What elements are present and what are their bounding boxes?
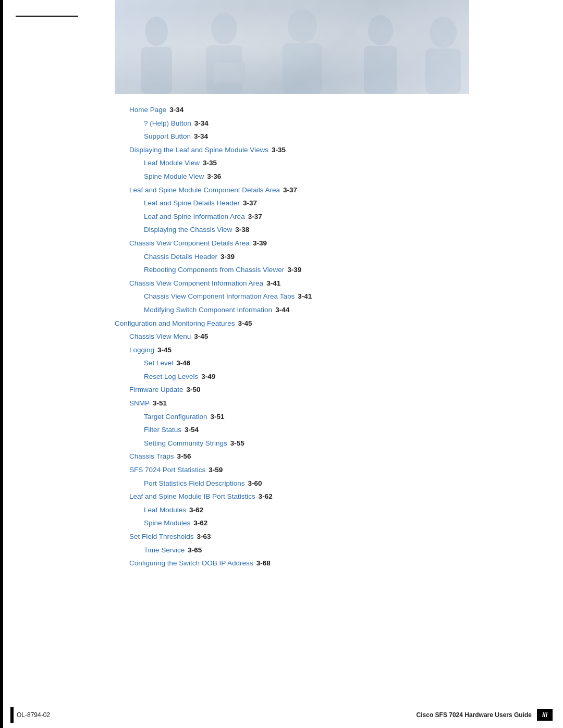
toc-page-number: 3-68 (256, 558, 271, 569)
toc-item: Support Button3-34 (115, 131, 532, 142)
toc-link[interactable]: Chassis View Component Details Area (129, 238, 250, 249)
toc-link[interactable]: Chassis Details Header (144, 251, 217, 263)
toc-link[interactable]: Spine Modules (144, 517, 190, 529)
toc-link[interactable]: Reset Log Levels (144, 371, 198, 382)
toc-item: ? (Help) Button3-34 (115, 118, 532, 129)
toc-page-number: 3-35 (272, 144, 286, 156)
toc-link[interactable]: Chassis Traps (129, 451, 174, 462)
svg-rect-1 (141, 47, 172, 94)
toc-page-number: 3-35 (203, 157, 217, 169)
toc-link[interactable]: Port Statistics Field Descriptions (144, 478, 245, 489)
toc-item: Chassis View Menu3-45 (115, 331, 532, 342)
toc-link[interactable]: Chassis View Menu (129, 331, 191, 342)
toc-item: Chassis View Component Details Area3-39 (115, 238, 532, 249)
toc-item: Setting Community Strings3-55 (115, 438, 532, 449)
toc-link[interactable]: Chassis View Component Information Area … (144, 291, 295, 302)
toc-link[interactable]: Leaf Module View (144, 157, 200, 169)
footer-left: OL-8794-02 (10, 707, 50, 723)
toc-page-number: 3-37 (283, 184, 297, 196)
footer-doc-id: OL-8794-02 (17, 711, 50, 719)
toc-item: Chassis View Component Information Area3… (115, 278, 532, 289)
page-footer: OL-8794-02 Cisco SFS 7024 Hardware Users… (0, 702, 563, 728)
toc-page-number: 3-62 (259, 491, 273, 502)
toc-page-number: 3-59 (209, 464, 223, 476)
toc-item: Set Level3-46 (115, 357, 532, 369)
toc-link[interactable]: Rebooting Components from Chassis Viewer (144, 264, 284, 276)
svg-rect-6 (283, 43, 322, 94)
toc-page-number: 3-55 (230, 438, 244, 449)
toc-page-number: 3-37 (243, 198, 257, 209)
footer-guide-title: Cisco SFS 7024 Hardware Users Guide (417, 711, 532, 719)
toc-item: Chassis Details Header3-39 (115, 251, 532, 263)
toc-item: Chassis Traps3-56 (115, 451, 532, 462)
toc-page-number: 3-34 (194, 131, 208, 142)
toc-page-number: 3-60 (248, 478, 262, 489)
toc-link[interactable]: Logging (129, 344, 154, 356)
toc-link[interactable]: SFS 7024 Port Statistics (129, 464, 205, 476)
toc-link[interactable]: Filter Status (144, 424, 181, 436)
toc-page-number: 3-51 (153, 398, 167, 409)
toc-page-number: 3-49 (201, 371, 215, 382)
toc-page-number: 3-65 (188, 545, 202, 556)
toc-link[interactable]: Configuring the Switch OOB IP Address (129, 558, 253, 569)
toc-link[interactable]: ? (Help) Button (144, 118, 191, 129)
toc-page-number: 3-41 (266, 278, 280, 289)
svg-rect-10 (425, 48, 461, 94)
toc-page-number: 3-56 (177, 451, 191, 462)
toc-page-number: 3-54 (185, 424, 199, 436)
toc-content: Home Page3-34? (Help) Button3-34Support … (115, 104, 563, 613)
toc-link[interactable]: Time Service (144, 545, 185, 556)
toc-link[interactable]: Configuration and Monitoring Features (115, 318, 235, 329)
svg-rect-8 (364, 46, 397, 94)
toc-item: Set Field Thresholds3-63 (115, 531, 532, 542)
toc-page-number: 3-45 (238, 318, 252, 329)
toc-page-number: 3-45 (157, 344, 172, 356)
toc-link[interactable]: Leaf Modules (144, 504, 186, 516)
toc-item: Home Page3-34 (115, 104, 532, 116)
footer-right: Cisco SFS 7024 Hardware Users Guide iii (417, 709, 553, 721)
header-banner (115, 0, 469, 94)
toc-item: Spine Modules3-62 (115, 517, 532, 529)
svg-point-0 (145, 17, 168, 46)
toc-item: Leaf Module View3-35 (115, 157, 532, 169)
toc-link[interactable]: Chassis View Component Information Area (129, 278, 263, 289)
toc-item: Leaf and Spine Information Area3-37 (115, 211, 532, 223)
toc-link[interactable]: Target Configuration (144, 411, 207, 423)
toc-item: Leaf Modules3-62 (115, 504, 532, 516)
toc-link[interactable]: Leaf and Spine Module IB Port Statistics (129, 491, 255, 502)
toc-item: Leaf and Spine Module Component Details … (115, 184, 532, 196)
toc-page-number: 3-46 (176, 357, 190, 369)
toc-item: Target Configuration3-51 (115, 411, 532, 423)
toc-page-number: 3-45 (194, 331, 208, 342)
toc-page-number: 3-34 (169, 104, 183, 116)
toc-link[interactable]: Home Page (129, 104, 166, 116)
toc-item: Chassis View Component Information Area … (115, 291, 532, 302)
toc-item: Modifying Switch Component Information3-… (115, 304, 532, 316)
toc-item: Displaying the Leaf and Spine Module Vie… (115, 144, 532, 156)
toc-page-number: 3-37 (248, 211, 262, 223)
toc-page-number: 3-38 (235, 224, 249, 236)
toc-link[interactable]: Leaf and Spine Information Area (144, 211, 245, 223)
toc-link[interactable]: Set Level (144, 357, 173, 369)
toc-page-number: 3-39 (253, 238, 267, 249)
toc-page-number: 3-39 (221, 251, 235, 263)
toc-link[interactable]: Setting Community Strings (144, 438, 227, 449)
toc-link[interactable]: Displaying the Leaf and Spine Module Vie… (129, 144, 268, 156)
footer-page-number: iii (537, 709, 553, 721)
toc-item: Leaf and Spine Details Header3-37 (115, 198, 532, 209)
toc-page-number: 3-44 (275, 304, 289, 316)
toc-link[interactable]: Leaf and Spine Details Header (144, 198, 240, 209)
toc-link[interactable]: Leaf and Spine Module Component Details … (129, 184, 280, 196)
toc-link[interactable]: Set Field Thresholds (129, 531, 194, 542)
toc-link[interactable]: Support Button (144, 131, 191, 142)
toc-item: Leaf and Spine Module IB Port Statistics… (115, 491, 532, 502)
toc-item: SFS 7024 Port Statistics3-59 (115, 464, 532, 476)
toc-link[interactable]: SNMP (129, 398, 150, 409)
toc-link[interactable]: Modifying Switch Component Information (144, 304, 272, 316)
toc-link[interactable]: Firmware Update (129, 384, 183, 396)
toc-link[interactable]: Spine Module View (144, 171, 204, 182)
toc-page-number: 3-41 (298, 291, 312, 302)
toc-link[interactable]: Displaying the Chassis View (144, 224, 232, 236)
toc-page-number: 3-39 (287, 264, 301, 276)
toc-item: Configuration and Monitoring Features3-4… (115, 318, 532, 329)
